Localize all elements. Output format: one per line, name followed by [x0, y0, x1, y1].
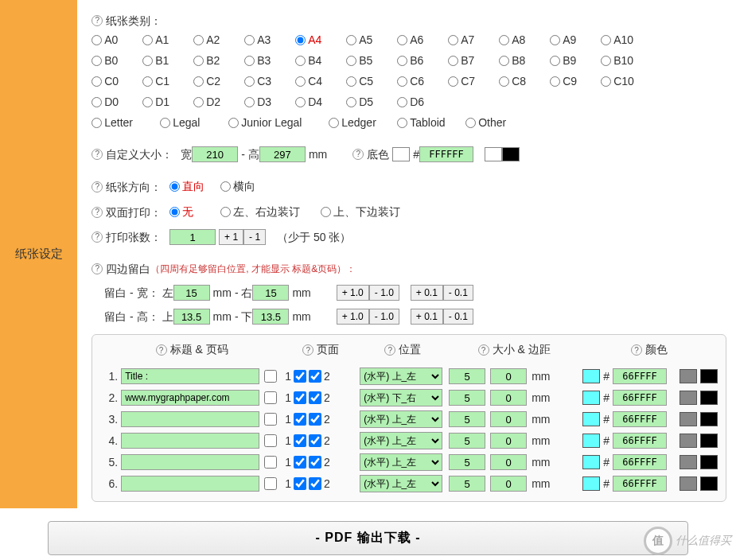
bgcolor-hex-input[interactable] — [419, 146, 473, 162]
color-swatch-2[interactable] — [680, 434, 697, 448]
paper-size-a3[interactable]: A3 — [244, 30, 282, 49]
color-swatch-3[interactable] — [700, 476, 718, 491]
page1-checkbox[interactable] — [294, 370, 306, 383]
help-icon[interactable]: ? — [92, 263, 103, 274]
paper-size-a6[interactable]: A6 — [397, 30, 435, 49]
paper-size-a8[interactable]: A8 — [499, 30, 537, 49]
paper-size-tabloid[interactable]: Tabloid — [397, 113, 453, 132]
paper-size-b10[interactable]: B10 — [601, 51, 639, 70]
paper-size-letter[interactable]: Letter — [92, 113, 147, 132]
paper-size-b0[interactable]: B0 — [92, 51, 130, 70]
position-select[interactable]: (水平) 上_左 — [360, 432, 442, 449]
color-swatch-2[interactable] — [680, 455, 697, 469]
color-swatch-3[interactable] — [700, 412, 718, 426]
color-swatch-3[interactable] — [700, 391, 718, 405]
paper-size-b3[interactable]: B3 — [244, 51, 282, 70]
color-swatch-2[interactable] — [680, 412, 697, 426]
paper-size-a7[interactable]: A7 — [448, 30, 486, 49]
paper-size-b1[interactable]: B1 — [142, 51, 181, 70]
paper-size-c1[interactable]: C1 — [142, 72, 181, 91]
count-minus-button[interactable]: - 1 — [243, 229, 266, 245]
page2-checkbox[interactable] — [309, 456, 321, 469]
color-swatch-2[interactable] — [680, 369, 697, 383]
color-swatch-3[interactable] — [700, 369, 718, 383]
margin-input[interactable] — [490, 433, 527, 449]
title-enable-checkbox[interactable] — [264, 370, 277, 383]
paper-size-legal[interactable]: Legal — [160, 113, 216, 132]
help-icon[interactable]: ? — [92, 207, 103, 218]
help-icon[interactable]: ? — [156, 344, 167, 356]
custom-height-input[interactable] — [259, 146, 306, 162]
size-input[interactable] — [449, 454, 485, 470]
help-icon[interactable]: ? — [352, 149, 364, 160]
title-enable-checkbox[interactable] — [264, 477, 277, 490]
title-input[interactable] — [121, 390, 259, 406]
help-icon[interactable]: ? — [631, 344, 642, 356]
title-input[interactable] — [121, 411, 259, 427]
title-input[interactable] — [121, 368, 259, 384]
paper-size-c9[interactable]: C9 — [550, 72, 588, 91]
paper-size-b7[interactable]: B7 — [448, 51, 486, 70]
color-swatch-1[interactable] — [582, 391, 600, 405]
size-input[interactable] — [449, 433, 485, 449]
paper-size-b4[interactable]: B4 — [295, 51, 333, 70]
paper-size-d2[interactable]: D2 — [193, 92, 232, 111]
title-input[interactable] — [121, 454, 259, 470]
color-swatch-1[interactable] — [582, 455, 600, 469]
paper-size-other[interactable]: Other — [465, 113, 521, 132]
paper-size-b5[interactable]: B5 — [346, 51, 384, 70]
duplex-lr[interactable]: 左、右边装订 — [220, 202, 308, 221]
custom-width-input[interactable] — [192, 146, 238, 162]
title-enable-checkbox[interactable] — [264, 456, 277, 469]
position-select[interactable]: (水平) 下_右 — [360, 389, 442, 406]
title-enable-checkbox[interactable] — [264, 413, 277, 426]
paper-size-a2[interactable]: A2 — [193, 30, 232, 49]
color-swatch-3[interactable] — [700, 434, 718, 448]
color-swatch-2[interactable] — [680, 476, 697, 491]
page1-checkbox[interactable] — [294, 456, 306, 469]
color-swatch-2[interactable] — [680, 391, 697, 405]
title-enable-checkbox[interactable] — [264, 434, 277, 447]
color-swatch-3[interactable] — [700, 455, 718, 469]
mh-plus01-button[interactable]: + 0.1 — [411, 309, 443, 325]
paper-size-a4[interactable]: A4 — [295, 30, 333, 49]
paper-size-a9[interactable]: A9 — [550, 30, 588, 49]
mh-minus1-button[interactable]: - 1.0 — [369, 309, 399, 325]
help-icon[interactable]: ? — [92, 181, 103, 192]
help-icon[interactable]: ? — [384, 344, 395, 356]
help-icon[interactable]: ? — [92, 149, 103, 160]
size-input[interactable] — [449, 476, 485, 492]
paper-size-c3[interactable]: C3 — [244, 72, 282, 91]
pdf-download-button[interactable]: - PDF 输出下载 - — [48, 521, 688, 555]
help-icon[interactable]: ? — [92, 231, 103, 243]
paper-size-c2[interactable]: C2 — [193, 72, 232, 91]
color-hex-input[interactable] — [613, 454, 667, 470]
paper-size-b9[interactable]: B9 — [550, 51, 588, 70]
help-icon[interactable]: ? — [478, 344, 489, 356]
color-hex-input[interactable] — [613, 390, 667, 406]
paper-size-a1[interactable]: A1 — [142, 30, 181, 49]
mw-minus1-button[interactable]: - 1.0 — [369, 285, 399, 301]
page2-checkbox[interactable] — [309, 413, 321, 426]
bgcolor-swatch-main[interactable] — [392, 147, 410, 161]
margin-input[interactable] — [490, 411, 527, 427]
position-select[interactable]: (水平) 上_左 — [360, 453, 442, 471]
color-hex-input[interactable] — [613, 368, 667, 384]
margin-bottom-input[interactable] — [252, 309, 289, 325]
mh-plus1-button[interactable]: + 1.0 — [337, 309, 369, 325]
color-hex-input[interactable] — [613, 433, 667, 449]
position-select[interactable]: (水平) 上_左 — [360, 368, 442, 385]
paper-size-c8[interactable]: C8 — [499, 72, 537, 91]
margin-input[interactable] — [490, 476, 527, 492]
color-swatch-1[interactable] — [582, 476, 600, 491]
paper-size-c7[interactable]: C7 — [448, 72, 486, 91]
title-enable-checkbox[interactable] — [264, 391, 277, 404]
paper-size-c0[interactable]: C0 — [92, 72, 130, 91]
color-swatch-1[interactable] — [582, 369, 600, 383]
print-count-input[interactable] — [169, 229, 216, 245]
paper-size-d4[interactable]: D4 — [295, 92, 333, 111]
bgcolor-swatch-black[interactable] — [502, 147, 520, 161]
page2-checkbox[interactable] — [309, 370, 321, 383]
page1-checkbox[interactable] — [294, 413, 306, 426]
paper-size-c4[interactable]: C4 — [295, 72, 333, 91]
